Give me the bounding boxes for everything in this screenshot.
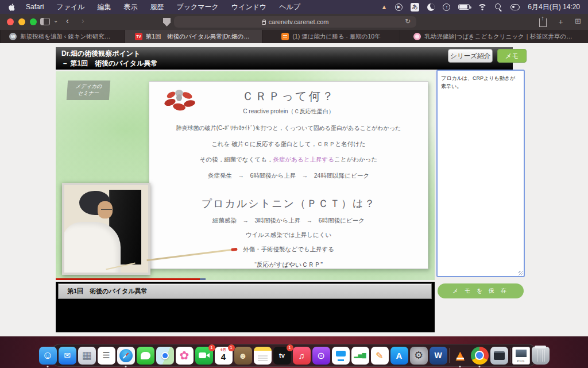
memo-panel: プロカルは、CRPよりも動きが素早い。 — [436, 70, 525, 277]
pages-dock-icon[interactable]: ✎ — [371, 346, 389, 365]
menu-item[interactable]: Safari — [26, 3, 44, 11]
menu-item[interactable]: ウインドウ — [231, 2, 266, 12]
tab-clinic[interactable]: 乳幼児健診|つばきこどもクリニック｜杉並区井草の小児科・ア… — [400, 30, 588, 43]
back-button[interactable]: ‹ — [66, 16, 69, 25]
update-status-icon[interactable]: ↑ — [443, 3, 450, 11]
trash-dock-icon[interactable] — [532, 346, 550, 365]
contacts-dock-icon[interactable]: ☻ — [234, 346, 252, 365]
menu-item[interactable]: 表示 — [123, 2, 137, 12]
menu-item[interactable]: ヘルプ — [279, 2, 300, 12]
minimize-window-button[interactable] — [18, 18, 25, 25]
messages-dock-icon[interactable] — [137, 346, 154, 365]
slide-line: ウイルス感染では上昇しにくい — [149, 231, 428, 239]
share-icon[interactable] — [539, 18, 547, 27]
focus-moon-icon[interactable] — [427, 3, 435, 11]
notification-badge: 1 — [287, 344, 293, 351]
running-indicator — [459, 366, 461, 367]
address-bar[interactable]: carenetv.carenet.com ↻ — [174, 16, 416, 28]
menu-bar-clock[interactable]: 6月4日(日) 14:20 — [528, 2, 580, 12]
photos-dock-icon[interactable]: ✿ — [176, 346, 194, 365]
window-controls — [7, 18, 37, 25]
tab-overview-icon[interactable]: ⊞ — [575, 17, 581, 27]
favicon-label: TV — [136, 34, 141, 39]
tab-title: 新規投稿を追加 ‹ 錬キン術研究所 — WordPress — [20, 33, 116, 41]
sidebar-toggle-icon[interactable] — [40, 18, 50, 25]
input-source-icon[interactable]: あ — [411, 3, 419, 12]
sidebar-chevron-icon[interactable]: ⌄ — [53, 17, 58, 24]
spotlight-icon[interactable] — [495, 3, 502, 11]
dock-separator[interactable] — [449, 346, 450, 365]
series-info-button[interactable]: シリーズ紹介 — [448, 49, 493, 63]
status-icons: ▲ ▶ あ ↑ 6月4日(日) 14:20 — [381, 2, 580, 12]
tab-carenet-tv[interactable]: TV 第1回 術後のバイタル異常|Dr.畑の術後観察ポイント — [125, 30, 262, 43]
wifi-icon[interactable] — [478, 4, 487, 10]
favicon-label: W — [11, 34, 16, 39]
maps-dock-icon[interactable] — [156, 346, 174, 365]
vlc-dock-icon[interactable]: ▲ — [451, 346, 469, 365]
word-dock-icon[interactable]: W — [430, 346, 447, 365]
playback-status-icon[interactable]: ▶ — [395, 3, 403, 11]
slide-line: 炎症発生 → 6時間後から上昇 → 24時間以降にピーク — [149, 172, 428, 180]
tab-title: 第1回 術後のバイタル異常|Dr.畑の術後観察ポイント — [146, 33, 253, 41]
vlc-status-icon[interactable]: ▲ — [381, 4, 387, 10]
running-indicator — [47, 366, 49, 367]
reminders-dock-icon[interactable]: ☰ — [98, 346, 115, 365]
privacy-shield-icon[interactable] — [163, 18, 171, 26]
running-indicator — [479, 366, 481, 367]
music-dock-icon[interactable]: ♫ — [293, 346, 311, 365]
menu-item[interactable]: ファイル — [56, 2, 84, 12]
presenter-video-inset — [62, 183, 150, 275]
tab-title: (1) 運は能力に勝る - 最期の10年 — [292, 33, 380, 41]
notes-dock-icon[interactable] — [254, 346, 272, 365]
video-progress-bar[interactable] — [56, 278, 435, 280]
app-menus: Safariファイル編集表示履歴ブックマークウインドウヘルプ — [26, 2, 300, 12]
slide-quote-line: “反応がすばやいＣＲＰ” — [149, 260, 428, 269]
finder-dock-icon[interactable]: ☺ — [39, 346, 57, 365]
podcasts-dock-icon[interactable]: ⊙ — [312, 346, 330, 365]
memo-tab-button[interactable]: メモ — [497, 49, 527, 63]
video-player[interactable]: メディカの セミナー ＣＲＰって何？ C reactive protein（Ｃ反… — [56, 71, 435, 280]
web-page: Dr.畑の術後観察ポイント － 第1回 術後のバイタル異常 シリーズ紹介 メモ … — [0, 43, 588, 336]
chrome-dock-icon[interactable] — [471, 346, 489, 365]
tab-wordpress[interactable]: W 新規投稿を追加 ‹ 錬キン術研究所 — WordPress — [0, 30, 125, 43]
control-center-icon[interactable] — [510, 4, 520, 10]
tab-title: 乳幼児健診|つばきこどもクリニック｜杉並区井草の小児科・ア… — [424, 33, 574, 41]
safari-dock-icon[interactable] — [117, 346, 135, 365]
system-settings-dock-icon[interactable]: ⚙ — [410, 346, 428, 365]
app-store-dock-icon[interactable]: A — [390, 346, 408, 365]
mail-dock-icon[interactable]: ✉ — [59, 346, 76, 365]
safari-toolbar: ⌄ ‹ › carenetv.carenet.com ↻ ＋ ⊞ — [0, 14, 588, 30]
tab-strip: W 新規投稿を追加 ‹ 錬キン術研究所 — WordPress TV 第1回 術… — [0, 30, 588, 43]
lecture-series-title: Dr.畑の術後観察ポイント — [61, 49, 507, 59]
calendar-dock-icon[interactable]: 4 6月 1 — [215, 346, 233, 365]
lecture-header: Dr.畑の術後観察ポイント － 第1回 術後のバイタル異常 — [56, 47, 513, 70]
menu-item[interactable]: ブックマーク — [176, 2, 218, 12]
numbers-dock-icon[interactable]: ▂▅▇ — [351, 346, 369, 365]
memo-textarea[interactable]: プロカルは、CRPよりも動きが素早い。 — [436, 70, 525, 277]
keynote-dock-icon[interactable] — [332, 346, 350, 365]
menu-item[interactable]: 履歴 — [150, 2, 164, 12]
slide-line: その後，細菌でなくても，炎症があると上昇することがわかった — [149, 156, 428, 164]
apple-menu-icon[interactable] — [8, 3, 16, 12]
save-memo-button[interactable]: メ モ を 保 存 — [438, 283, 524, 298]
menu-item[interactable]: 編集 — [97, 2, 111, 12]
highlighted-text: 炎症があると上昇する — [273, 156, 334, 163]
notification-badge: 1 — [208, 344, 215, 351]
progress-playhead[interactable] — [200, 278, 206, 280]
launchpad-dock-icon[interactable]: ▦ — [78, 346, 96, 365]
reload-icon[interactable]: ↻ — [405, 17, 411, 25]
new-tab-icon[interactable]: ＋ — [557, 17, 564, 27]
facetime-dock-icon[interactable]: 1 — [195, 346, 213, 365]
zoom-window-button[interactable] — [30, 18, 37, 25]
battery-icon[interactable] — [458, 4, 470, 10]
close-window-button[interactable] — [7, 18, 14, 25]
forward-button[interactable]: › — [82, 16, 84, 25]
running-indicator — [125, 366, 127, 367]
png-file-dock-icon[interactable]: PNG — [512, 346, 530, 365]
screen-window-dock-icon[interactable] — [490, 346, 508, 365]
menu-bar: Safariファイル編集表示履歴ブックマークウインドウヘルプ ▲ ▶ あ ↑ 6… — [0, 0, 588, 14]
apple-tv-dock-icon[interactable]: tv 1 — [273, 346, 291, 365]
tab-article[interactable]: (1) 運は能力に勝る - 最期の10年 — [262, 30, 399, 43]
lock-icon — [262, 21, 266, 25]
dock-separator[interactable] — [510, 346, 510, 365]
